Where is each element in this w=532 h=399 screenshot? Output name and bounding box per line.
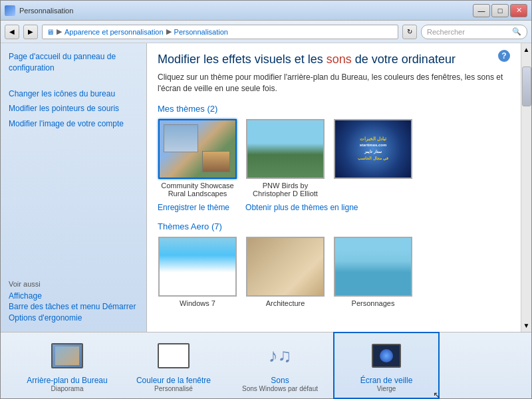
sound-sublabel: Sons Windows par défaut — [242, 385, 318, 392]
breadcrumb-apparence[interactable]: Apparence et personnalisation — [65, 28, 164, 36]
content-title: Modifier les effets visuels et les sons … — [158, 53, 510, 66]
screensaver-item[interactable]: Écran de veille Vierge ↖ — [333, 332, 440, 399]
breadcrumb-home[interactable]: 🖥 — [47, 28, 54, 36]
theme-pnw-label: PNW Birds by Christopher D Elliott — [245, 182, 325, 198]
sound-item[interactable]: ♪♫ Sons Sons Windows par défaut — [227, 333, 333, 398]
aero-themes-grid: Windows 7 Architecture Personnages — [158, 237, 510, 307]
screensaver-sublabel: Vierge — [377, 385, 396, 392]
aero-label-2: Architecture — [266, 299, 305, 307]
sound-label: Sons — [271, 376, 289, 385]
search-box[interactable]: Rechercher 🔍 — [421, 25, 527, 39]
content-description: Cliquez sur un thème pour modifier l'arr… — [158, 72, 510, 94]
content-pane: ? Modifier les effets visuels et les son… — [147, 43, 521, 332]
save-theme-link[interactable]: Enregistrer le thème — [158, 203, 229, 212]
main-area: Page d'accueil du panneau de configurati… — [1, 43, 531, 332]
see-also-section: Voir aussi Affichage Barre des tâches et… — [9, 280, 138, 324]
theme-community-label: Community Showcase Rural Landscapes — [158, 182, 237, 198]
theme-community-thumbnail[interactable] — [158, 119, 237, 179]
screensaver-icon — [369, 338, 404, 373]
sidebar-link-icons[interactable]: Changer les icônes du bureau — [9, 88, 138, 100]
addressbar: ◀ ▶ 🖥 ▶ Apparence et personnalisation ▶ … — [1, 21, 531, 43]
titlebar: Personnalisation — □ ✕ — [1, 1, 531, 21]
color-label: Couleur de la fenêtre — [136, 376, 211, 385]
wallpaper-icon — [50, 338, 84, 373]
wallpaper-item[interactable]: Arrière-plan du Bureau Diaporama — [14, 333, 120, 398]
aero-themes-label: Thèmes Aero (7) — [158, 221, 510, 231]
aero-thumb-3[interactable] — [334, 237, 412, 297]
scrollbar[interactable]: ▲ ▼ — [521, 43, 531, 332]
aero-thumb-2[interactable] — [246, 237, 325, 297]
theme-pnw-image — [247, 120, 323, 178]
theme-watermark[interactable]: تبادل الخبرات startimes.comستار تايمز في… — [333, 119, 413, 198]
theme-pnw[interactable]: PNW Birds by Christopher D Elliott — [245, 119, 325, 198]
theme-pnw-thumbnail[interactable] — [246, 119, 325, 179]
screensaver-label: Écran de veille — [360, 376, 413, 385]
wallpaper-label: Arrière-plan du Bureau — [27, 376, 107, 385]
address-field[interactable]: 🖥 ▶ Apparence et personnalisation ▶ Pers… — [42, 25, 398, 39]
aero-label-1: Windows 7 — [180, 299, 215, 307]
aero-theme-1[interactable]: Windows 7 — [158, 237, 237, 307]
sidebar-link-taches[interactable]: Barre des tâches et menu Démarrer — [9, 302, 136, 311]
aero-image-3 — [335, 238, 411, 295]
sidebar: Page d'accueil du panneau de configurati… — [1, 43, 147, 332]
see-also-title: Voir aussi — [9, 280, 138, 288]
wallpaper-icon-graphic — [51, 343, 83, 368]
scroll-up-button[interactable]: ▲ — [523, 46, 530, 53]
sidebar-link-ergo[interactable]: Options d'ergonomie — [9, 313, 82, 323]
title-highlight: sons — [327, 53, 352, 66]
aero-image-1 — [160, 238, 235, 295]
more-themes-link[interactable]: Obtenir plus de thèmes en ligne — [245, 203, 358, 212]
aero-image-2 — [247, 238, 323, 295]
theme-watermark-image: تبادل الخبرات startimes.comستار تايمز في… — [335, 120, 411, 178]
cursor-icon: ↖ — [433, 390, 441, 399]
titlebar-controls: — □ ✕ — [473, 4, 527, 17]
theme-community[interactable]: Community Showcase Rural Landscapes — [158, 119, 237, 198]
wallpaper-sublabel: Diaporama — [51, 385, 84, 392]
color-item[interactable]: Couleur de la fenêtre Personnalisé — [120, 333, 227, 398]
sidebar-link-account[interactable]: Modifier l'image de votre compte — [9, 118, 138, 130]
sidebar-link-pointers[interactable]: Modifier les pointeurs de souris — [9, 103, 138, 114]
sidebar-link-affichage[interactable]: Affichage — [9, 291, 42, 301]
sound-icon: ♪♫ — [263, 338, 297, 373]
theme-community-image — [160, 120, 235, 178]
refresh-button[interactable]: ↻ — [402, 25, 417, 39]
titlebar-left: Personnalisation — [5, 5, 73, 16]
forward-button[interactable]: ▶ — [23, 25, 38, 39]
back-button[interactable]: ◀ — [5, 25, 19, 39]
theme-watermark-thumbnail[interactable]: تبادل الخبرات startimes.comستار تايمز في… — [334, 119, 412, 179]
aero-theme-3[interactable]: Personnages — [333, 237, 413, 307]
aero-theme-2[interactable]: Architecture — [245, 237, 325, 307]
maximize-button[interactable]: □ — [491, 4, 509, 17]
search-placeholder: Rechercher — [427, 28, 465, 36]
sound-icon-graphic: ♪♫ — [269, 345, 292, 366]
window-title: Personnalisation — [19, 7, 73, 15]
title-part2: de votre ordinateur — [352, 53, 456, 66]
screensaver-icon-graphic — [372, 344, 401, 368]
color-icon-graphic — [158, 343, 190, 368]
color-sublabel: Personnalisé — [154, 385, 193, 392]
window-icon — [5, 5, 15, 16]
minimize-button[interactable]: — — [473, 4, 490, 17]
aero-label-3: Personnages — [352, 299, 395, 307]
title-part1: Modifier les effets visuels et les — [158, 53, 327, 66]
help-button[interactable]: ? — [498, 50, 510, 62]
aero-thumb-1[interactable] — [158, 237, 237, 297]
search-icon: 🔍 — [512, 27, 521, 36]
mes-themes-label: Mes thèmes (2) — [158, 104, 510, 114]
theme-links-row: Enregistrer le thème Obtenir plus de thè… — [158, 203, 510, 212]
mes-themes-grid: Community Showcase Rural Landscapes PNW … — [158, 119, 510, 198]
scroll-down-button[interactable]: ▼ — [523, 322, 530, 329]
color-icon — [156, 338, 191, 373]
breadcrumb-personalisation[interactable]: Personnalisation — [174, 28, 228, 36]
close-button[interactable]: ✕ — [510, 4, 527, 17]
bottom-bar: Arrière-plan du Bureau Diaporama Couleur… — [1, 332, 531, 398]
main-window: Personnalisation — □ ✕ ◀ ▶ 🖥 ▶ Apparence… — [0, 0, 532, 399]
scroll-thumb[interactable] — [522, 66, 531, 106]
sidebar-home-link[interactable]: Page d'accueil du panneau de configurati… — [9, 51, 138, 74]
